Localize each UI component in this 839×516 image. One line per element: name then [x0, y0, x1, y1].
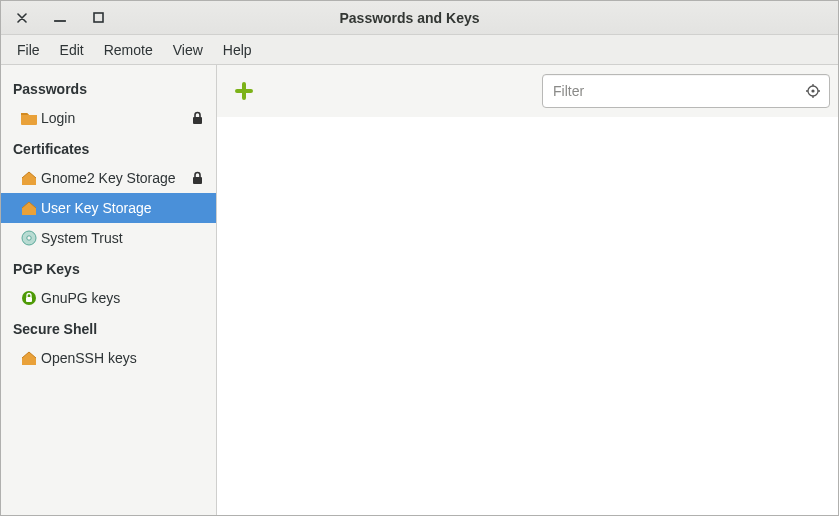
home-icon: [19, 198, 39, 218]
sidebar-item-login[interactable]: Login: [1, 103, 216, 133]
sidebar: Passwords Login Certificates Gnome2 Key …: [1, 65, 217, 515]
main-panel: [217, 65, 838, 515]
menu-view[interactable]: View: [163, 38, 213, 62]
filter-box[interactable]: [542, 74, 830, 108]
sidebar-item-label: OpenSSH keys: [41, 350, 206, 366]
menu-file[interactable]: File: [7, 38, 50, 62]
sidebar-item-gnome2-key-storage[interactable]: Gnome2 Key Storage: [1, 163, 216, 193]
window-title: Passwords and Keys: [1, 10, 838, 26]
sidebar-section-passwords: Passwords: [1, 73, 216, 103]
disc-icon: [19, 228, 39, 248]
sidebar-item-label: Gnome2 Key Storage: [41, 170, 188, 186]
filter-input[interactable]: [553, 83, 797, 99]
menu-remote[interactable]: Remote: [94, 38, 163, 62]
sidebar-item-label: System Trust: [41, 230, 206, 246]
sidebar-item-openssh-keys[interactable]: OpenSSH keys: [1, 343, 216, 373]
titlebar: Passwords and Keys: [1, 1, 838, 35]
sidebar-section-certificates: Certificates: [1, 133, 216, 163]
lock-icon: [188, 109, 206, 127]
item-list: [217, 117, 832, 509]
sidebar-item-system-trust[interactable]: System Trust: [1, 223, 216, 253]
sidebar-item-label: GnuPG keys: [41, 290, 206, 306]
svg-point-8: [811, 89, 814, 92]
sidebar-item-user-key-storage[interactable]: User Key Storage: [1, 193, 216, 223]
home-icon: [19, 348, 39, 368]
svg-rect-1: [193, 117, 202, 124]
svg-rect-6: [26, 297, 32, 302]
svg-point-4: [27, 236, 31, 240]
circle-lock-icon: [19, 288, 39, 308]
content: Passwords Login Certificates Gnome2 Key …: [1, 65, 838, 515]
menu-edit[interactable]: Edit: [50, 38, 94, 62]
sidebar-item-gnupg-keys[interactable]: GnuPG keys: [1, 283, 216, 313]
svg-rect-2: [193, 177, 202, 184]
sidebar-item-label: User Key Storage: [41, 200, 206, 216]
folder-icon: [19, 108, 39, 128]
menubar: File Edit Remote View Help: [1, 35, 838, 65]
toolbar: [217, 65, 838, 117]
sidebar-section-ssh: Secure Shell: [1, 313, 216, 343]
add-button[interactable]: [229, 76, 259, 106]
home-icon: [19, 168, 39, 188]
lock-icon: [188, 169, 206, 187]
sidebar-item-label: Login: [41, 110, 188, 126]
sidebar-section-pgp: PGP Keys: [1, 253, 216, 283]
locate-icon[interactable]: [803, 81, 823, 101]
menu-help[interactable]: Help: [213, 38, 262, 62]
